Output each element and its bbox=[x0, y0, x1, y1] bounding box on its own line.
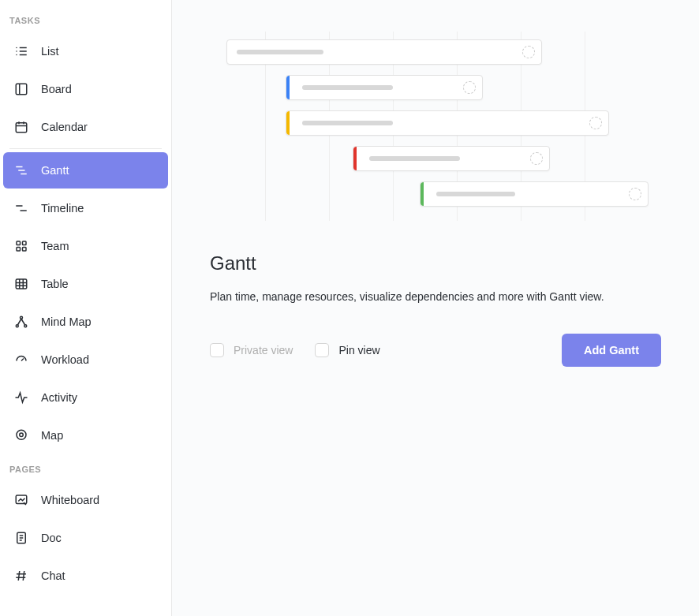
divider bbox=[9, 148, 162, 149]
svg-point-0 bbox=[16, 47, 17, 49]
sidebar-item-label: Activity bbox=[41, 391, 77, 404]
main-content: Gantt Plan time, manage resources, visua… bbox=[172, 0, 699, 616]
activity-icon bbox=[14, 390, 28, 405]
private-view-checkbox[interactable]: Private view bbox=[210, 343, 293, 357]
sidebar-item-label: Map bbox=[41, 429, 63, 442]
sidebar-item-label: Whiteboard bbox=[41, 494, 99, 506]
add-gantt-button[interactable]: Add Gantt bbox=[562, 334, 661, 367]
sidebar-item-label: Board bbox=[41, 83, 72, 95]
team-icon bbox=[14, 239, 28, 253]
sidebar-item-label: Team bbox=[41, 240, 69, 252]
sidebar-item-label: Gantt bbox=[41, 164, 69, 177]
timeline-icon bbox=[14, 201, 28, 215]
gantt-icon bbox=[14, 163, 28, 177]
table-icon bbox=[14, 277, 28, 291]
svg-line-29 bbox=[18, 319, 22, 325]
whiteboard-icon bbox=[14, 493, 28, 507]
checkbox-box bbox=[315, 343, 329, 357]
sidebar-item-timeline[interactable]: Timeline bbox=[3, 190, 168, 226]
calendar-icon bbox=[14, 120, 28, 134]
sidebar-item-board[interactable]: Board bbox=[3, 71, 168, 107]
sidebar-item-label: List bbox=[41, 45, 59, 58]
map-pin-icon bbox=[14, 428, 28, 442]
tasks-section-header: TASKS bbox=[0, 6, 171, 32]
svg-rect-20 bbox=[23, 248, 27, 252]
sidebar-item-label: Workload bbox=[41, 353, 89, 366]
sidebar-item-team[interactable]: Team bbox=[3, 228, 168, 264]
svg-line-40 bbox=[23, 571, 24, 581]
sidebar-item-label: Table bbox=[41, 278, 69, 290]
sidebar-item-calendar[interactable]: Calendar bbox=[3, 109, 168, 145]
sidebar-item-chat[interactable]: Chat bbox=[3, 558, 168, 594]
hash-icon bbox=[14, 569, 28, 583]
checkbox-box bbox=[210, 343, 224, 357]
sidebar-item-activity[interactable]: Activity bbox=[3, 379, 168, 416]
workload-icon bbox=[14, 353, 28, 367]
sidebar-item-list[interactable]: List bbox=[3, 33, 168, 69]
svg-rect-19 bbox=[17, 248, 21, 252]
page-title: Gantt bbox=[210, 252, 661, 274]
svg-line-31 bbox=[21, 359, 24, 361]
svg-rect-8 bbox=[16, 123, 27, 133]
sidebar-item-doc[interactable]: Doc bbox=[3, 520, 168, 556]
sidebar-item-label: Mind Map bbox=[41, 315, 92, 328]
svg-point-26 bbox=[21, 316, 23, 319]
svg-point-2 bbox=[16, 54, 17, 56]
svg-rect-17 bbox=[17, 241, 21, 245]
sidebar-item-workload[interactable]: Workload bbox=[3, 342, 168, 378]
svg-line-39 bbox=[18, 571, 20, 581]
checkbox-label: Private view bbox=[234, 344, 293, 357]
sidebar-item-label: Calendar bbox=[41, 121, 88, 133]
svg-line-30 bbox=[21, 319, 25, 325]
sidebar-item-label: Chat bbox=[41, 569, 65, 582]
doc-icon bbox=[14, 531, 28, 545]
mindmap-icon bbox=[14, 315, 28, 329]
sidebar-item-map[interactable]: Map bbox=[3, 417, 168, 454]
sidebar-item-label: Doc bbox=[41, 532, 62, 544]
svg-point-32 bbox=[17, 430, 26, 439]
sidebar-item-table[interactable]: Table bbox=[3, 266, 168, 302]
sidebar: TASKS List Board Calendar Gantt Timeline… bbox=[0, 0, 172, 616]
svg-rect-6 bbox=[16, 84, 27, 95]
board-icon bbox=[14, 82, 28, 96]
svg-point-27 bbox=[16, 325, 18, 327]
pages-section-header: PAGES bbox=[0, 455, 171, 480]
svg-point-33 bbox=[20, 433, 24, 437]
page-description: Plan time, manage resources, visualize d… bbox=[210, 289, 661, 305]
sidebar-item-mindmap[interactable]: Mind Map bbox=[3, 304, 168, 340]
sidebar-item-label: Timeline bbox=[41, 202, 84, 215]
list-icon bbox=[14, 44, 28, 58]
gantt-illustration bbox=[222, 32, 649, 221]
controls-row: Private view Pin view Add Gantt bbox=[210, 334, 661, 367]
svg-rect-18 bbox=[23, 241, 27, 245]
pin-view-checkbox[interactable]: Pin view bbox=[315, 343, 379, 357]
svg-rect-21 bbox=[16, 279, 27, 289]
svg-point-28 bbox=[24, 325, 27, 327]
svg-point-1 bbox=[16, 50, 17, 52]
sidebar-item-gantt[interactable]: Gantt bbox=[3, 152, 168, 189]
sidebar-item-whiteboard[interactable]: Whiteboard bbox=[3, 482, 168, 518]
checkbox-label: Pin view bbox=[338, 344, 379, 357]
